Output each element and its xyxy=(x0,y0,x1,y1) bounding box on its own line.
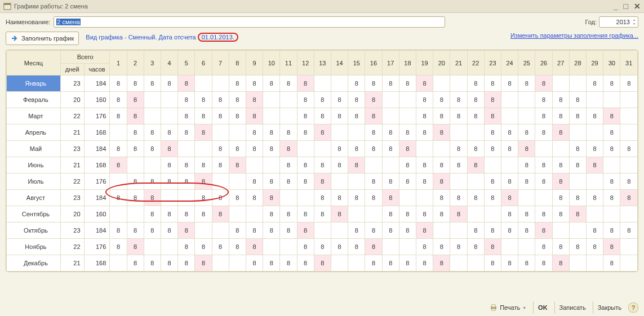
day-cell[interactable]: 8 xyxy=(382,75,399,92)
days-cell[interactable]: 22 xyxy=(60,239,84,255)
day-cell[interactable]: 8 xyxy=(569,239,586,255)
day-cell[interactable]: 8 xyxy=(314,124,331,141)
day-cell[interactable] xyxy=(144,239,161,255)
day-cell[interactable]: 8 xyxy=(348,75,365,92)
day-cell[interactable]: 8 xyxy=(331,157,348,173)
day-cell[interactable]: 8 xyxy=(603,190,620,206)
hours-cell[interactable]: 176 xyxy=(84,239,110,255)
days-cell[interactable]: 23 xyxy=(60,75,84,92)
day-cell[interactable]: 8 xyxy=(603,124,620,141)
day-cell[interactable]: 8 xyxy=(161,124,177,141)
col-day-5[interactable]: 5 xyxy=(178,51,195,75)
day-cell[interactable]: 8 xyxy=(569,206,586,222)
day-cell[interactable]: 8 xyxy=(501,222,518,239)
day-cell[interactable]: 8 xyxy=(178,124,195,141)
day-cell[interactable]: 8 xyxy=(127,75,144,92)
day-cell[interactable]: 8 xyxy=(161,255,177,272)
day-cell[interactable]: 8 xyxy=(569,190,586,206)
day-cell[interactable]: 8 xyxy=(399,75,416,92)
day-cell[interactable] xyxy=(144,92,161,108)
day-cell[interactable]: 8 xyxy=(263,190,280,206)
hours-cell[interactable]: 184 xyxy=(84,190,110,206)
col-day-1[interactable]: 1 xyxy=(110,51,127,75)
day-cell[interactable] xyxy=(620,239,638,255)
day-cell[interactable]: 8 xyxy=(144,141,161,157)
day-cell[interactable]: 8 xyxy=(365,190,382,206)
day-cell[interactable]: 8 xyxy=(450,190,467,206)
day-cell[interactable]: 8 xyxy=(229,108,246,124)
day-cell[interactable]: 8 xyxy=(280,141,297,157)
day-cell[interactable] xyxy=(212,255,229,272)
day-cell[interactable] xyxy=(246,206,263,222)
day-cell[interactable]: 8 xyxy=(535,206,552,222)
day-cell[interactable] xyxy=(433,141,450,157)
day-cell[interactable]: 8 xyxy=(450,141,467,157)
day-cell[interactable]: 8 xyxy=(382,173,399,190)
day-cell[interactable] xyxy=(569,75,586,92)
day-cell[interactable] xyxy=(569,255,586,272)
day-cell[interactable]: 8 xyxy=(603,173,620,190)
day-cell[interactable]: 8 xyxy=(195,255,212,272)
days-cell[interactable]: 21 xyxy=(60,124,84,141)
col-day-24[interactable]: 24 xyxy=(501,51,518,75)
day-cell[interactable]: 8 xyxy=(144,173,161,190)
day-cell[interactable]: 8 xyxy=(297,157,314,173)
day-cell[interactable] xyxy=(382,239,399,255)
day-cell[interactable] xyxy=(518,239,535,255)
day-cell[interactable]: 8 xyxy=(161,173,177,190)
day-cell[interactable]: 8 xyxy=(297,206,314,222)
day-cell[interactable]: 8 xyxy=(603,222,620,239)
day-cell[interactable]: 8 xyxy=(212,157,229,173)
day-cell[interactable]: 8 xyxy=(518,173,535,190)
day-cell[interactable]: 8 xyxy=(331,206,348,222)
day-cell[interactable]: 8 xyxy=(246,75,263,92)
day-cell[interactable]: 8 xyxy=(416,75,433,92)
day-cell[interactable]: 8 xyxy=(484,108,501,124)
col-day-13[interactable]: 13 xyxy=(314,51,331,75)
day-cell[interactable]: 8 xyxy=(229,157,246,173)
day-cell[interactable]: 8 xyxy=(399,124,416,141)
day-cell[interactable]: 8 xyxy=(280,173,297,190)
day-cell[interactable] xyxy=(535,141,552,157)
day-cell[interactable]: 8 xyxy=(382,141,399,157)
day-cell[interactable]: 8 xyxy=(127,222,144,239)
day-cell[interactable]: 8 xyxy=(110,239,127,255)
day-cell[interactable]: 8 xyxy=(535,255,552,272)
print-button[interactable]: Печать ▼ xyxy=(485,301,531,314)
day-cell[interactable]: 8 xyxy=(178,108,195,124)
day-cell[interactable]: 8 xyxy=(110,157,127,173)
day-cell[interactable] xyxy=(587,255,603,272)
ok-button[interactable]: OK xyxy=(533,301,552,314)
day-cell[interactable] xyxy=(178,190,195,206)
day-cell[interactable]: 8 xyxy=(195,239,212,255)
day-cell[interactable] xyxy=(501,92,518,108)
col-days[interactable]: дней xyxy=(60,64,84,75)
col-hours[interactable]: часов xyxy=(84,64,110,75)
day-cell[interactable]: 8 xyxy=(450,239,467,255)
day-cell[interactable] xyxy=(348,124,365,141)
day-cell[interactable]: 8 xyxy=(280,206,297,222)
day-cell[interactable]: 8 xyxy=(246,222,263,239)
day-cell[interactable]: 8 xyxy=(569,108,586,124)
day-cell[interactable] xyxy=(587,92,603,108)
days-cell[interactable]: 21 xyxy=(60,255,84,272)
col-day-6[interactable]: 6 xyxy=(195,51,212,75)
day-cell[interactable]: 8 xyxy=(195,173,212,190)
day-cell[interactable]: 8 xyxy=(535,108,552,124)
day-cell[interactable]: 8 xyxy=(110,108,127,124)
day-cell[interactable]: 8 xyxy=(433,157,450,173)
day-cell[interactable]: 8 xyxy=(569,141,586,157)
day-cell[interactable] xyxy=(212,75,229,92)
day-cell[interactable]: 8 xyxy=(416,255,433,272)
day-cell[interactable]: 8 xyxy=(467,108,484,124)
hours-cell[interactable]: 176 xyxy=(84,173,110,190)
day-cell[interactable]: 8 xyxy=(501,124,518,141)
day-cell[interactable] xyxy=(518,190,535,206)
day-cell[interactable] xyxy=(450,75,467,92)
day-cell[interactable] xyxy=(518,108,535,124)
day-cell[interactable]: 8 xyxy=(552,124,569,141)
col-month[interactable]: Месяц xyxy=(7,51,61,75)
col-day-14[interactable]: 14 xyxy=(331,51,348,75)
day-cell[interactable]: 8 xyxy=(297,92,314,108)
day-cell[interactable]: 8 xyxy=(280,124,297,141)
